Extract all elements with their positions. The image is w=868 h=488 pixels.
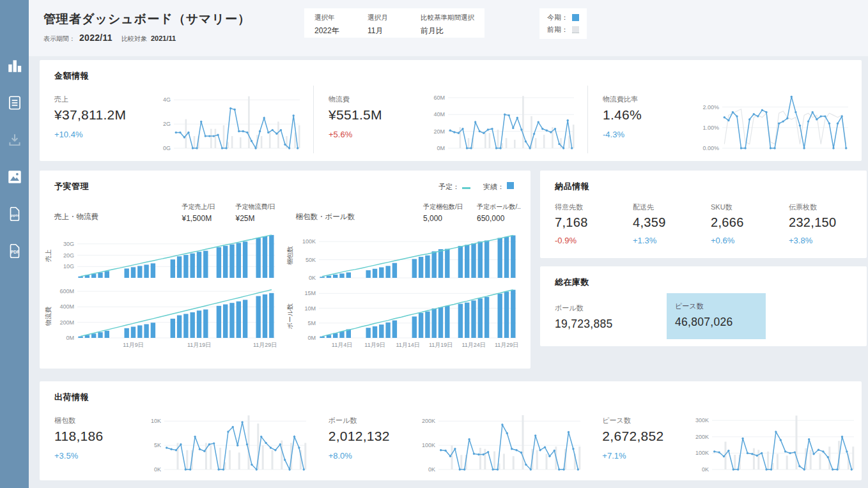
- sidebar-item-pptx-export[interactable]: ppts: [4, 204, 25, 225]
- svg-text:200K: 200K: [695, 434, 709, 440]
- shipping-packages-kpi: 梱包数 118,186 +3.5%: [54, 407, 141, 461]
- planned-sales-per-day: 予定売上/日 ¥1,500M: [182, 202, 236, 223]
- svg-text:60M: 60M: [433, 95, 445, 101]
- year-selector-label: 選択年: [314, 13, 350, 22]
- sidebar-item-image-export[interactable]: [4, 167, 25, 188]
- period-value: 2022/11: [79, 33, 112, 43]
- svg-text:10K: 10K: [151, 418, 161, 424]
- svg-text:300K: 300K: [695, 417, 709, 423]
- shipping-section-title: 出荷情報: [40, 381, 862, 403]
- delivery-kpi-row: 得意先数 7,168 -0.9% 配送先 4,359 +1.3% SKU数 2,…: [540, 192, 867, 245]
- current-period-swatch: [572, 14, 579, 21]
- shipping-kpi-row: 梱包数 118,186 +3.5% 10K5K0K ボール数 2,012,132…: [40, 403, 862, 475]
- logistics-cost-kpi-delta: +5.6%: [329, 130, 424, 139]
- logistics-ratio-kpi-value: 1.46%: [603, 107, 699, 123]
- balls-cumulative-chart[interactable]: 15M10M5M0M11月4日11月9日11月14日11月19日11月24日11…: [295, 283, 520, 349]
- svg-text:30G: 30G: [63, 241, 74, 247]
- balls-cumulative-row: ボール数 15M10M5M0M11月4日11月9日11月14日11月19日11月…: [285, 283, 527, 349]
- planned-packages-per-day: 予定梱包数/日 5,000: [423, 202, 477, 223]
- svg-text:0M: 0M: [307, 335, 316, 341]
- plan-subheaders: 売上・物流費 予定売上/日 ¥1,500M 予定物流費/日 ¥25M 梱包数・ボ…: [40, 202, 531, 223]
- sales-cumulative-chart[interactable]: 30G20G10G: [54, 228, 279, 283]
- bar-chart-icon: [6, 57, 23, 76]
- svg-text:0M: 0M: [66, 335, 74, 341]
- compare-label: 比較対象: [121, 34, 147, 43]
- middle-row: 予実管理 予定： 実績： 売上・物流費 予定売上/日 ¥1,500M: [40, 171, 862, 369]
- svg-text:PDF: PDF: [10, 250, 19, 254]
- shipping-balls-group: ボール数 2,012,132 +8.0% 200K100K0K: [314, 407, 588, 475]
- stock-balls-kpi: ボール数 19,723,885: [555, 293, 660, 331]
- svg-text:1.00%: 1.00%: [702, 125, 719, 131]
- year-selector[interactable]: 選択年 2022年: [314, 13, 350, 33]
- planned-logistics-per-day: 予定物流費/日 ¥25M: [236, 202, 290, 223]
- logistics-cost-sparkline-chart[interactable]: 60M40M20M0M: [424, 88, 578, 153]
- compare-value: 2021/11: [151, 34, 176, 42]
- sidebar-item-pdf-export[interactable]: PDF: [4, 241, 25, 262]
- svg-text:40M: 40M: [433, 111, 445, 118]
- plan-legend: 予定： 実績：: [438, 182, 514, 192]
- sidebar-item-dashboard[interactable]: [4, 56, 25, 77]
- svg-text:10G: 10G: [63, 263, 74, 270]
- period-line: 表示期間： 2022/11 比較対象 2021/11: [43, 33, 274, 43]
- sales-kpi-value: ¥37,811.2M: [54, 107, 150, 123]
- sales-cumulative-row: 売上 30G20G10G: [43, 228, 285, 283]
- download-icon: [6, 132, 23, 150]
- svg-text:11月9日: 11月9日: [364, 342, 385, 348]
- actual-bar-swatch: [507, 182, 514, 189]
- logistics-ratio-kpi-group: 物流費比率 1.46% -4.3% 2.00%1.00%0.00%: [587, 86, 862, 153]
- stock-kpi-row: ボール数 19,723,885 ピース数 46,807,026: [540, 288, 867, 339]
- shipping-balls-sparkline-chart[interactable]: 200K100K0K: [415, 409, 584, 475]
- logistics-cumulative-chart[interactable]: 600M400M200M0M11月9日11月19日11月29日: [54, 283, 279, 349]
- plan-legend-actual: 実績：: [483, 182, 514, 192]
- stock-pieces-kpi: ピース数 46,807,026: [667, 293, 766, 339]
- plan-legend-plan: 予定：: [438, 182, 470, 192]
- report-icon: [6, 95, 23, 113]
- svg-text:50K: 50K: [306, 257, 316, 263]
- page-title: 管理者ダッシュボード（サマリー）: [43, 11, 274, 27]
- shipping-pieces-group: ピース数 2,672,852 +7.1% 300K200K100K0K: [587, 407, 862, 475]
- svg-text:200K: 200K: [422, 418, 435, 424]
- legend-previous-label: 前期：: [547, 25, 568, 34]
- sales-axis-label: 売上: [43, 228, 54, 283]
- compare-basis-selector[interactable]: 比較基準期間選択 前月比: [421, 13, 474, 33]
- packages-cumulative-chart[interactable]: 100K50K0K: [295, 228, 520, 283]
- month-selector-label: 選択月: [368, 13, 403, 22]
- month-selector[interactable]: 選択月 11月: [368, 13, 403, 33]
- svg-text:11月9日: 11月9日: [123, 342, 143, 348]
- image-icon: [6, 169, 23, 187]
- sales-kpi: 売上 ¥37,811.2M +10.4%: [54, 86, 150, 139]
- plan-left-head: 売上・物流費 予定売上/日 ¥1,500M 予定物流費/日 ¥25M: [54, 202, 290, 223]
- svg-text:100K: 100K: [422, 442, 435, 448]
- shipping-pieces-sparkline-chart[interactable]: 300K200K100K0K: [688, 409, 858, 475]
- plan-section-head: 予実管理 予定： 実績：: [40, 171, 531, 192]
- logistics-cost-kpi-group: 物流費 ¥551.5M +5.6% 60M40M20M0M: [313, 86, 587, 153]
- logistics-cost-kpi-label: 物流費: [329, 95, 424, 104]
- destinations-kpi: 配送先 4,359 +1.3%: [633, 202, 711, 245]
- svg-text:2.00%: 2.00%: [702, 104, 719, 111]
- sidebar-item-report[interactable]: [4, 93, 25, 114]
- compare-basis-value: 前月比: [421, 26, 474, 36]
- sales-sparkline-chart[interactable]: 4G2G0G: [150, 88, 304, 153]
- svg-text:11月14日: 11月14日: [396, 342, 419, 348]
- plan-section-title: 予実管理: [54, 181, 89, 192]
- plan-right-head: 梱包数・ボール数 予定梱包数/日 5,000 予定ボール数/.. 650,000: [296, 202, 531, 223]
- sidebar-item-download[interactable]: [4, 130, 25, 151]
- svg-text:11月4日: 11月4日: [332, 342, 352, 348]
- svg-text:20M: 20M: [433, 128, 445, 135]
- pdf-file-icon: PDF: [6, 243, 23, 261]
- shipping-packages-sparkline-chart[interactable]: 10K5K0K: [141, 409, 310, 475]
- svg-text:0G: 0G: [163, 145, 171, 151]
- balls-axis-label: ボール数: [285, 283, 295, 349]
- logistics-ratio-sparkline-chart[interactable]: 2.00%1.00%0.00%: [699, 88, 852, 153]
- year-selector-value: 2022年: [314, 26, 350, 36]
- svg-text:10M: 10M: [304, 305, 316, 312]
- svg-text:5M: 5M: [307, 320, 316, 326]
- compare-basis-label: 比較基準期間選択: [421, 13, 474, 22]
- logistics-ratio-kpi-label: 物流費比率: [603, 95, 699, 104]
- main-area: 管理者ダッシュボード（サマリー） 表示期間： 2022/11 比較対象 2021…: [29, 0, 868, 480]
- dashboard-content: 金額情報 売上 ¥37,811.2M +10.4% 4G2G0G 物流費 ¥55…: [29, 56, 868, 480]
- logistics-cumulative-row: 物流費 600M400M200M0M11月9日11月19日11月29日: [43, 283, 285, 349]
- svg-text:400M: 400M: [59, 303, 74, 310]
- pptx-file-icon: ppts: [6, 206, 23, 224]
- svg-text:0K: 0K: [309, 275, 316, 281]
